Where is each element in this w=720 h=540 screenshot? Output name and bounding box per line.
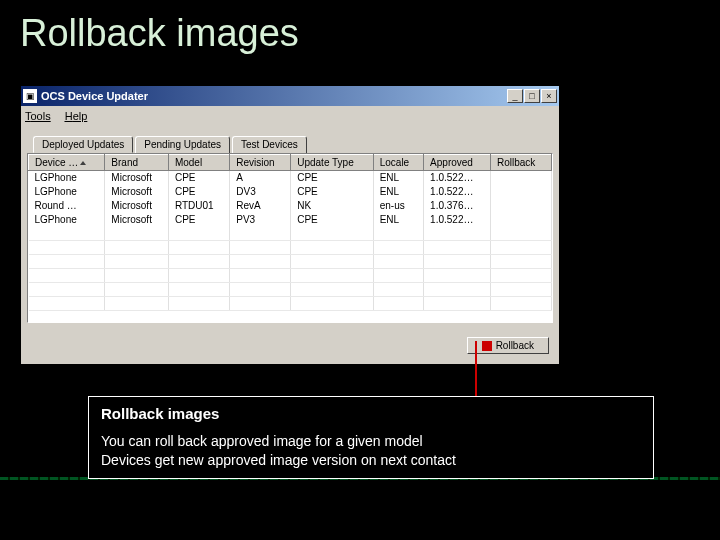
titlebar[interactable]: ▣ OCS Device Updater _ □ × <box>21 86 559 106</box>
maximize-button[interactable]: □ <box>524 89 540 103</box>
table-row[interactable]: LGPhoneMicrosoftCPEACPEENL1.0.522… <box>29 171 552 185</box>
rollback-button[interactable]: Rollback <box>467 337 549 354</box>
tab-deployed-updates[interactable]: Deployed Updates <box>33 136 133 153</box>
tab-test-devices[interactable]: Test Devices <box>232 136 307 153</box>
close-button[interactable]: × <box>541 89 557 103</box>
grid-header-row: Device … Brand Model Revision Update Typ… <box>29 155 552 171</box>
col-approved[interactable]: Approved <box>424 155 491 171</box>
rollback-icon <box>482 341 492 351</box>
sort-icon <box>80 161 86 165</box>
table-row[interactable]: Round …MicrosoftRTDU01RevANKen-us1.0.376… <box>29 199 552 213</box>
minimize-button[interactable]: _ <box>507 89 523 103</box>
slide-title: Rollback images <box>0 0 720 59</box>
col-brand[interactable]: Brand <box>105 155 169 171</box>
menu-tools[interactable]: Tools <box>25 110 51 122</box>
callout-text: You can roll back approved image for a g… <box>101 432 641 470</box>
col-device[interactable]: Device … <box>29 155 105 171</box>
updates-grid[interactable]: Device … Brand Model Revision Update Typ… <box>27 153 553 323</box>
app-window: ▣ OCS Device Updater _ □ × Tools Help De… <box>20 85 560 365</box>
tab-strip: Deployed Updates Pending Updates Test De… <box>27 132 553 154</box>
col-model[interactable]: Model <box>168 155 229 171</box>
menu-help[interactable]: Help <box>65 110 88 122</box>
menubar: Tools Help <box>21 106 559 126</box>
app-icon: ▣ <box>23 89 37 103</box>
col-locale[interactable]: Locale <box>373 155 423 171</box>
tab-pending-updates[interactable]: Pending Updates <box>135 136 230 153</box>
table-row[interactable]: LGPhoneMicrosoftCPEDV3CPEENL1.0.522… <box>29 185 552 199</box>
callout-box: Rollback images You can roll back approv… <box>88 396 654 479</box>
col-update-type[interactable]: Update Type <box>291 155 374 171</box>
window-title: OCS Device Updater <box>41 90 507 102</box>
callout-title: Rollback images <box>101 405 641 422</box>
col-rollback[interactable]: Rollback <box>490 155 551 171</box>
callout-connector <box>475 341 477 397</box>
table-row[interactable]: LGPhoneMicrosoftCPEPV3CPEENL1.0.522… <box>29 213 552 227</box>
grid-body: LGPhoneMicrosoftCPEACPEENL1.0.522… LGPho… <box>29 171 552 311</box>
col-revision[interactable]: Revision <box>230 155 291 171</box>
